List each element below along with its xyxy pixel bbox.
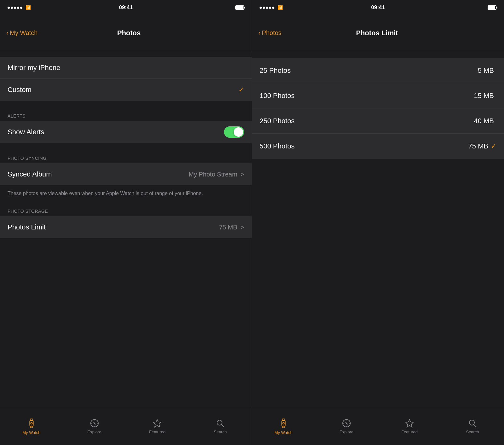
photos-limit-group: Photos Limit 75 MB >: [0, 216, 252, 238]
right-battery-icon: [488, 5, 496, 10]
custom-checkmark: ✓: [238, 86, 244, 94]
photo-storage-header: PHOTO STORAGE: [0, 202, 252, 216]
spacer-2: [0, 101, 252, 107]
photos-limit-chevron: >: [240, 224, 244, 231]
right-tab-mywatch[interactable]: My Watch: [252, 408, 315, 445]
right-tab-mywatch-label: My Watch: [274, 430, 292, 435]
left-tab-search[interactable]: Search: [189, 408, 252, 445]
left-tab-featured[interactable]: Featured: [126, 408, 189, 445]
synced-album-label: Synced Album: [8, 170, 189, 178]
svg-marker-23: [406, 419, 413, 427]
left-tab-explore[interactable]: Explore: [63, 408, 126, 445]
left-tab-featured-label: Featured: [149, 430, 165, 434]
svg-marker-22: [345, 421, 348, 425]
right-wifi-icon: 📶: [278, 5, 283, 10]
sync-mode-group: Mirror my iPhone Custom ✓: [0, 57, 252, 101]
limit-value-25: 5 MB: [478, 66, 494, 75]
limit-label-100: 100 Photos: [260, 92, 474, 100]
right-tab-featured-label: Featured: [401, 430, 418, 434]
top-spacer-1: [0, 51, 252, 57]
right-nav-bar: ‹ Photos Photos Limit: [252, 15, 504, 51]
right-top-spacer: [252, 51, 504, 57]
battery-icon: [235, 5, 244, 10]
watch-icon: [27, 418, 36, 428]
right-tab-featured[interactable]: Featured: [378, 408, 441, 445]
left-battery-area: [235, 5, 244, 10]
svg-line-25: [474, 425, 476, 427]
limit-value-100: 15 MB: [474, 92, 494, 100]
left-nav-bar: ‹ My Watch Photos: [0, 15, 252, 51]
toggle-knob: [234, 127, 243, 137]
limit-value-500: 75 MB: [468, 142, 488, 150]
right-star-icon: [405, 419, 414, 428]
show-alerts-item[interactable]: Show Alerts: [0, 121, 252, 143]
right-search-icon: [468, 419, 477, 428]
svg-rect-0: [30, 420, 33, 426]
right-tab-search[interactable]: Search: [441, 408, 504, 445]
svg-marker-10: [153, 419, 161, 427]
svg-point-11: [217, 420, 222, 425]
spacer-3: [0, 144, 252, 149]
left-status-bar: 📶 09:41: [0, 0, 252, 15]
photos-limit-label: Photos Limit: [8, 223, 219, 231]
limit-label-250: 250 Photos: [260, 117, 474, 125]
left-time: 09:41: [119, 4, 133, 11]
limit-item-250[interactable]: 250 Photos 40 MB: [252, 108, 504, 134]
synced-album-group: Synced Album My Photo Stream >: [0, 163, 252, 185]
synced-album-item[interactable]: Synced Album My Photo Stream >: [0, 163, 252, 185]
right-watch-icon: [279, 418, 288, 428]
synced-album-description: These photos are viewable even when your…: [0, 186, 252, 202]
custom-item[interactable]: Custom ✓: [0, 79, 252, 101]
right-battery-area: [488, 5, 496, 10]
right-nav-title: Photos Limit: [256, 29, 498, 37]
photos-limit-content: 25 Photos 5 MB 100 Photos 15 MB 250 Phot…: [252, 51, 504, 408]
left-tab-mywatch-label: My Watch: [22, 430, 40, 435]
right-tab-explore-label: Explore: [340, 430, 353, 434]
left-tab-mywatch[interactable]: My Watch: [0, 408, 63, 445]
alerts-group: Show Alerts: [0, 121, 252, 143]
photos-limit-value: 75 MB: [219, 224, 238, 231]
mirror-iphone-item[interactable]: Mirror my iPhone: [0, 57, 252, 79]
show-alerts-label: Show Alerts: [8, 128, 224, 136]
search-icon: [216, 419, 225, 428]
right-time: 09:41: [371, 4, 385, 11]
left-tab-bar: My Watch Explore Featured Sea: [0, 408, 252, 445]
limit-value-250: 40 MB: [474, 117, 494, 125]
star-icon: [153, 419, 162, 428]
mirror-iphone-label: Mirror my iPhone: [8, 64, 244, 72]
left-signal-area: 📶: [8, 5, 31, 10]
limit-item-500[interactable]: 500 Photos 75 MB ✓: [252, 134, 504, 159]
left-content: Mirror my iPhone Custom ✓ ALERTS Show Al…: [0, 51, 252, 408]
synced-album-chevron: >: [240, 171, 244, 178]
right-tab-explore[interactable]: Explore: [315, 408, 378, 445]
alerts-header: ALERTS: [0, 107, 252, 121]
right-tab-bar: My Watch Explore Featured Sea: [252, 408, 504, 445]
limit-selected-checkmark: ✓: [491, 142, 496, 150]
show-alerts-toggle[interactable]: [224, 126, 244, 138]
wifi-icon: 📶: [26, 5, 31, 10]
synced-album-value: My Photo Stream: [189, 171, 238, 178]
limit-item-100[interactable]: 100 Photos 15 MB: [252, 83, 504, 108]
limit-label-25: 25 Photos: [260, 66, 478, 75]
photos-limit-item[interactable]: Photos Limit 75 MB >: [0, 216, 252, 238]
svg-marker-9: [93, 421, 96, 425]
left-tab-search-label: Search: [214, 430, 227, 434]
svg-rect-13: [282, 420, 285, 426]
signal-dots: [8, 7, 22, 9]
right-signal-dots: [260, 7, 274, 9]
limit-item-25[interactable]: 25 Photos 5 MB: [252, 58, 504, 83]
left-nav-title: Photos: [12, 29, 245, 37]
right-phone-panel: 📶 09:41 ‹ Photos Photos Limit 25 Photos …: [252, 0, 504, 445]
photos-limit-list: 25 Photos 5 MB 100 Photos 15 MB 250 Phot…: [252, 58, 504, 159]
custom-label: Custom: [8, 86, 238, 94]
photo-syncing-header: PHOTO SYNCING: [0, 149, 252, 163]
svg-point-24: [469, 420, 474, 425]
right-tab-search-label: Search: [466, 430, 479, 434]
svg-point-3: [31, 422, 32, 424]
compass-icon: [90, 419, 99, 428]
limit-label-500: 500 Photos: [260, 142, 468, 150]
right-compass-icon: [342, 419, 351, 428]
svg-point-16: [283, 422, 284, 424]
right-status-bar: 📶 09:41: [252, 0, 504, 15]
left-tab-explore-label: Explore: [88, 430, 101, 434]
